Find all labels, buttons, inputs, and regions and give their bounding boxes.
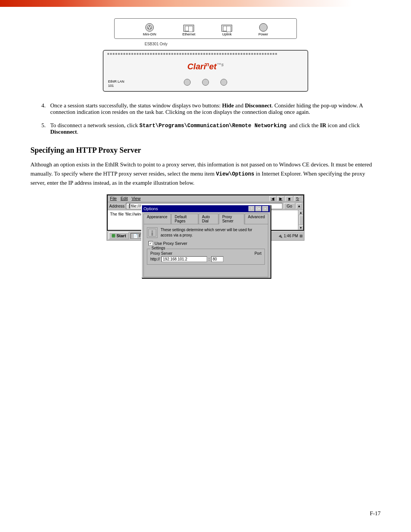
menu-path-code: Start\Programs\Communication\Remote Netw… bbox=[139, 123, 286, 129]
list-item-5: 5. To disconnect a network session, clic… bbox=[38, 122, 381, 135]
scroll-up[interactable]: ▲ bbox=[299, 210, 303, 215]
device-top-diagram: Mini-DIN Ethernet Uplink Power bbox=[114, 18, 297, 39]
tab-auto-dial[interactable]: Auto Dial bbox=[199, 214, 218, 224]
dialog-title: Options bbox=[143, 206, 158, 211]
http-prefix: http:// bbox=[150, 257, 160, 261]
svg-point-3 bbox=[150, 28, 151, 29]
menu-view[interactable]: View bbox=[132, 196, 141, 201]
taskbar-extra-icon: ⊞ bbox=[299, 234, 303, 238]
browser-stop-btn[interactable]: ■ bbox=[285, 196, 293, 201]
use-proxy-checkbox[interactable]: ✓ bbox=[148, 241, 153, 246]
svg-point-2 bbox=[148, 28, 149, 29]
proxy-server-input[interactable] bbox=[161, 256, 207, 262]
taskbar-file-icon: 📄 bbox=[133, 234, 138, 238]
device-bottom-ports bbox=[184, 79, 227, 86]
scroll-down[interactable]: ▼ bbox=[299, 225, 303, 230]
browser-content-text: The file 'file://wind bbox=[110, 212, 143, 216]
device-bottom-label: EthIR LAN 101 bbox=[108, 80, 124, 88]
device-port-3 bbox=[220, 79, 227, 86]
port-uplink: Uplink bbox=[221, 25, 232, 36]
list-num-4: 4. bbox=[38, 102, 46, 115]
port-label: Port bbox=[255, 251, 261, 256]
port-mini-din: Mini-DIN bbox=[143, 23, 156, 36]
menu-file[interactable]: File bbox=[110, 196, 117, 201]
dialog-info-icon bbox=[147, 227, 158, 238]
scrollbar-up-arrow[interactable]: ▲ bbox=[296, 203, 302, 209]
tab-proxy-server[interactable]: Proxy Server bbox=[219, 214, 244, 224]
list-body-4: Once a session starts successfully, the … bbox=[50, 102, 381, 115]
disconnect-bold-2: Disconnect bbox=[50, 129, 77, 135]
network-icon: 🔌 bbox=[278, 234, 282, 238]
scrollbar: ▲ ▼ bbox=[298, 210, 303, 230]
view-options-code: View\Options bbox=[216, 171, 254, 177]
dialog-checkbox-row: ✓ Use Proxy Server bbox=[148, 241, 265, 246]
disconnect-bold-1: Disconnect bbox=[245, 102, 272, 109]
port-colon: : bbox=[209, 257, 210, 261]
device-top-label: ESB301 Only bbox=[114, 42, 297, 46]
hide-bold: Hide bbox=[222, 102, 234, 109]
ethernet-port-icon bbox=[183, 25, 194, 32]
options-dialog: Options ? OK × Appearance Default Pages … bbox=[141, 204, 271, 278]
browser-controls: ◀ ▶ ■ ↻ bbox=[269, 196, 301, 201]
diagram-area: Mini-DIN Ethernet Uplink Power ESB301 On… bbox=[30, 18, 381, 92]
view-options-bold: View\Options bbox=[216, 171, 254, 177]
taskbar-right: 🔌 1:46 PM ⊞ bbox=[278, 234, 303, 238]
device-port-2 bbox=[202, 79, 209, 86]
screenshot-container: File Edit View ◀ ▶ ■ ↻ Address | file://… bbox=[107, 194, 304, 241]
proxy-server-label: Proxy Server bbox=[150, 251, 172, 256]
list-item-4: 4. Once a session starts successfully, t… bbox=[38, 102, 381, 115]
power-port-icon bbox=[259, 23, 268, 32]
settings-input-row: http:// : bbox=[150, 256, 261, 262]
device-dots bbox=[107, 53, 304, 55]
device-port-1 bbox=[184, 79, 191, 86]
browser-back-btn[interactable]: ◀ bbox=[269, 196, 276, 201]
dialog-body: These settings determine which server wi… bbox=[143, 224, 268, 277]
dialog-titlebar: Options ? OK × bbox=[142, 205, 270, 212]
taskbar-time: 1:46 PM bbox=[284, 234, 298, 238]
uplink-port-icon bbox=[221, 25, 232, 32]
go-btn[interactable]: Go bbox=[284, 203, 295, 209]
port-power: Power bbox=[258, 23, 268, 36]
start-icon: ⊞ bbox=[112, 233, 115, 238]
section-heading: Specifying an HTTP Proxy Server bbox=[30, 146, 381, 155]
dialog-ok-btn[interactable]: OK bbox=[255, 206, 261, 211]
address-cursor: | bbox=[127, 204, 130, 208]
settings-group: Settings Proxy Server Port http:// : bbox=[147, 249, 265, 265]
port-input[interactable] bbox=[211, 256, 223, 262]
settings-label-row: Proxy Server Port bbox=[150, 251, 261, 256]
menu-edit[interactable]: Edit bbox=[121, 196, 128, 201]
dialog-tabs: Appearance Default Pages Auto Dial Proxy… bbox=[142, 212, 270, 224]
device-bottom-diagram: Clarinet™s mini/master EthIR LAN 101 bbox=[103, 50, 308, 92]
settings-legend: Settings bbox=[150, 246, 166, 250]
dialog-close-btn[interactable]: × bbox=[262, 206, 268, 211]
dialog-info-text: These settings determine which server wi… bbox=[161, 227, 265, 238]
dialog-info-row: These settings determine which server wi… bbox=[147, 227, 265, 238]
start-button[interactable]: ⊞ Start bbox=[108, 232, 129, 240]
body-paragraph: Although an option exists in the EthIR S… bbox=[30, 160, 381, 187]
use-proxy-label: Use Proxy Server bbox=[155, 241, 187, 246]
svg-point-5 bbox=[151, 230, 153, 232]
scroll-thumb[interactable] bbox=[299, 216, 303, 225]
port-ethernet: Ethernet bbox=[182, 25, 195, 36]
top-gradient-bar bbox=[0, 0, 411, 7]
svg-point-1 bbox=[149, 26, 150, 27]
start-label: Start bbox=[116, 233, 126, 238]
browser-menubar: File Edit View ◀ ▶ ■ ↻ bbox=[108, 195, 303, 202]
list-num-5: 5. bbox=[38, 122, 46, 135]
browser-forward-btn[interactable]: ▶ bbox=[277, 196, 284, 201]
mini-din-port-icon bbox=[145, 23, 154, 32]
list-body-5: To disconnect a network session, click S… bbox=[50, 122, 381, 135]
page-number: F-17 bbox=[370, 510, 381, 517]
dialog-title-buttons: ? OK × bbox=[249, 206, 268, 211]
device-brand: Clarinet™s bbox=[187, 61, 224, 72]
tab-appearance[interactable]: Appearance bbox=[143, 214, 171, 224]
svg-rect-6 bbox=[151, 232, 153, 236]
tab-advanced[interactable]: Advanced bbox=[245, 214, 268, 224]
dialog-help-btn[interactable]: ? bbox=[249, 206, 255, 211]
address-label: Address bbox=[109, 204, 124, 208]
tab-default-pages[interactable]: Default Pages bbox=[171, 214, 198, 224]
browser-refresh-btn[interactable]: ↻ bbox=[294, 196, 301, 201]
ir-bold: IR bbox=[320, 122, 327, 128]
